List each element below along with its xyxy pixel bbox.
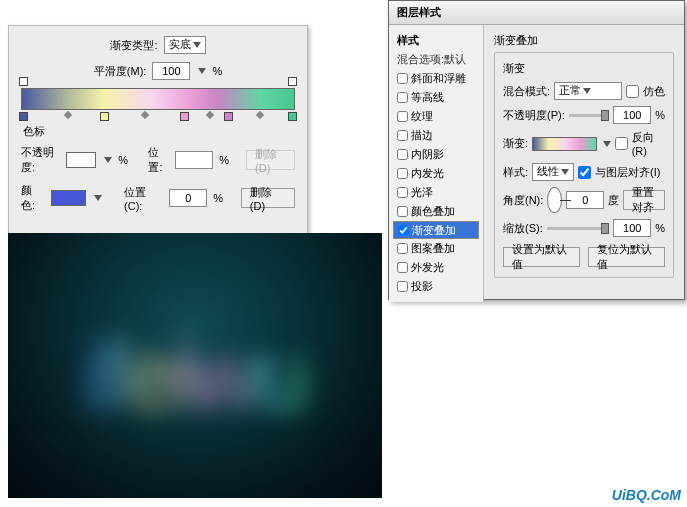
preview-text: ifeiwu <box>84 321 305 431</box>
dialog-title: 图层样式 <box>389 1 684 25</box>
reverse-label: 反向(R) <box>632 130 665 157</box>
effect-item-9[interactable]: 图案叠加 <box>393 239 479 258</box>
style-select[interactable]: 线性 <box>532 163 574 181</box>
stop-color-position-unit: % <box>213 192 223 204</box>
gradient-type-label: 渐变类型: <box>110 38 157 53</box>
gradient-preview <box>21 88 295 110</box>
make-default-button[interactable]: 设置为默认值 <box>503 247 580 267</box>
opacity-unit: % <box>655 109 665 121</box>
effect-label: 图案叠加 <box>411 241 455 256</box>
chevron-down-icon <box>104 157 112 163</box>
effect-label: 等高线 <box>411 90 444 105</box>
effect-item-6[interactable]: 光泽 <box>393 183 479 202</box>
effect-label: 渐变叠加 <box>412 223 456 238</box>
styles-header[interactable]: 样式 <box>393 31 479 50</box>
stop-opacity-swatch[interactable] <box>66 152 96 168</box>
gradient-label: 渐变: <box>503 136 528 151</box>
midpoint-icon[interactable] <box>140 111 148 119</box>
scale-input[interactable] <box>613 219 651 237</box>
scale-unit: % <box>655 222 665 234</box>
effect-checkbox[interactable] <box>397 187 408 198</box>
panel-sub-title: 渐变 <box>503 61 665 76</box>
align-label: 与图层对齐(I) <box>595 165 660 180</box>
angle-label: 角度(N): <box>503 193 543 208</box>
stop-color-position-input[interactable] <box>169 189 207 207</box>
effect-checkbox[interactable] <box>397 168 408 179</box>
color-stop[interactable] <box>19 112 28 121</box>
midpoint-icon[interactable] <box>64 111 72 119</box>
effect-item-0[interactable]: 斜面和浮雕 <box>393 69 479 88</box>
gradient-type-select[interactable]: 实底 <box>164 36 206 54</box>
effect-checkbox[interactable] <box>397 73 408 84</box>
chevron-down-icon[interactable] <box>603 141 611 147</box>
gradient-picker[interactable] <box>532 137 597 151</box>
effect-checkbox[interactable] <box>398 225 409 236</box>
stop-position-label: 位置: <box>148 145 169 175</box>
chevron-down-icon <box>583 88 591 94</box>
scale-slider[interactable] <box>547 227 609 230</box>
smoothness-input[interactable] <box>152 62 190 80</box>
stop-color-position-label: 位置(C): <box>124 185 163 212</box>
opacity-slider[interactable] <box>569 114 609 117</box>
stop-color-swatch[interactable] <box>51 190 86 206</box>
reset-alignment-button[interactable]: 重置对齐 <box>623 190 665 210</box>
opacity-stop[interactable] <box>288 77 297 86</box>
scale-label: 缩放(S): <box>503 221 543 236</box>
dither-checkbox[interactable] <box>626 85 639 98</box>
stop-opacity-label: 不透明度: <box>21 145 60 175</box>
color-stop[interactable] <box>100 112 109 121</box>
effect-item-5[interactable]: 内发光 <box>393 164 479 183</box>
chevron-down-icon <box>561 169 569 175</box>
effect-checkbox[interactable] <box>397 149 408 160</box>
stop-position-unit: % <box>219 154 229 166</box>
angle-dial[interactable] <box>547 187 562 213</box>
effect-label: 内阴影 <box>411 147 444 162</box>
effect-checkbox[interactable] <box>397 281 408 292</box>
effect-label: 投影 <box>411 279 433 294</box>
effect-item-2[interactable]: 纹理 <box>393 107 479 126</box>
smoothness-label: 平滑度(M): <box>94 64 147 79</box>
delete-stop-button: 删除(D) <box>246 150 295 170</box>
midpoint-icon[interactable] <box>255 111 263 119</box>
align-checkbox[interactable] <box>578 166 591 179</box>
effect-label: 纹理 <box>411 109 433 124</box>
effect-label: 内发光 <box>411 166 444 181</box>
opacity-stop[interactable] <box>19 77 28 86</box>
effect-item-10[interactable]: 外发光 <box>393 258 479 277</box>
effect-item-11[interactable]: 投影 <box>393 277 479 296</box>
chevron-down-icon <box>193 42 201 48</box>
midpoint-icon[interactable] <box>206 111 214 119</box>
opacity-input[interactable] <box>613 106 651 124</box>
effect-checkbox[interactable] <box>397 243 408 254</box>
blend-options-item[interactable]: 混合选项:默认 <box>393 50 479 69</box>
effect-item-7[interactable]: 颜色叠加 <box>393 202 479 221</box>
angle-input[interactable] <box>566 191 604 209</box>
effect-checkbox[interactable] <box>397 206 408 217</box>
effect-checkbox[interactable] <box>397 92 408 103</box>
reverse-checkbox[interactable] <box>615 137 628 150</box>
effect-checkbox[interactable] <box>397 111 408 122</box>
panel-group-title: 渐变叠加 <box>494 33 674 48</box>
dither-label: 仿色 <box>643 84 665 99</box>
stops-section-label: 色标 <box>23 124 295 139</box>
smoothness-unit: % <box>212 65 222 77</box>
stop-opacity-unit: % <box>118 154 128 166</box>
color-stop[interactable] <box>288 112 297 121</box>
opacity-label: 不透明度(P): <box>503 108 565 123</box>
gradient-bar[interactable] <box>21 88 295 110</box>
effect-item-4[interactable]: 内阴影 <box>393 145 479 164</box>
effect-checkbox[interactable] <box>397 262 408 273</box>
effect-item-3[interactable]: 描边 <box>393 126 479 145</box>
color-stop[interactable] <box>224 112 233 121</box>
effect-checkbox[interactable] <box>397 130 408 141</box>
color-stop[interactable] <box>180 112 189 121</box>
effect-item-1[interactable]: 等高线 <box>393 88 479 107</box>
chevron-down-icon <box>94 195 102 201</box>
reset-default-button[interactable]: 复位为默认值 <box>588 247 665 267</box>
effect-item-8[interactable]: 渐变叠加 <box>393 221 479 239</box>
blend-mode-select[interactable]: 正常 <box>554 82 622 100</box>
chevron-down-icon[interactable] <box>198 68 206 74</box>
stop-position-input[interactable] <box>175 151 213 169</box>
delete-color-stop-button[interactable]: 删除(D) <box>241 188 295 208</box>
gradient-overlay-panel: 渐变叠加 渐变 混合模式: 正常 仿色 不透明度(P): % 渐变: <box>484 25 684 302</box>
